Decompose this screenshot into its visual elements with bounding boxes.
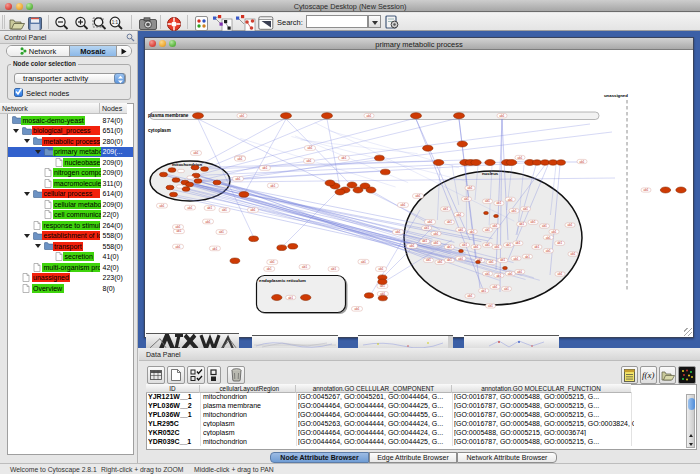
svg-text:ab1: ab1 bbox=[517, 156, 522, 160]
svg-text:ab1: ab1 bbox=[546, 249, 551, 253]
svg-text:ab1: ab1 bbox=[464, 197, 469, 201]
svg-text:ab1: ab1 bbox=[409, 244, 414, 248]
svg-text:ab1: ab1 bbox=[570, 252, 575, 256]
svg-text:ab1: ab1 bbox=[458, 228, 463, 232]
svg-text:endoplasmic reticulum: endoplasmic reticulum bbox=[259, 278, 306, 283]
svg-text:ab1: ab1 bbox=[485, 243, 490, 247]
svg-text:ab1: ab1 bbox=[270, 184, 275, 188]
svg-text:ab1: ab1 bbox=[302, 265, 307, 269]
svg-text:ab1: ab1 bbox=[492, 224, 497, 228]
svg-text:ab1: ab1 bbox=[517, 270, 522, 274]
svg-text:ab1: ab1 bbox=[222, 208, 227, 212]
svg-text:ab1: ab1 bbox=[504, 287, 509, 291]
svg-text:ab1: ab1 bbox=[456, 213, 461, 217]
svg-text:ab1: ab1 bbox=[496, 274, 501, 278]
svg-text:ab1: ab1 bbox=[212, 247, 217, 251]
svg-text:ab1: ab1 bbox=[380, 284, 385, 288]
svg-text:ab1: ab1 bbox=[492, 285, 497, 289]
svg-text:ab1: ab1 bbox=[219, 230, 224, 234]
svg-text:plasma membrane: plasma membrane bbox=[148, 113, 189, 118]
svg-text:ab1: ab1 bbox=[534, 245, 539, 249]
svg-text:ab1: ab1 bbox=[496, 201, 501, 205]
svg-text:ab1: ab1 bbox=[400, 203, 405, 207]
svg-text:ab1: ab1 bbox=[426, 258, 431, 262]
svg-text:ab1: ab1 bbox=[531, 220, 536, 224]
svg-text:ab1: ab1 bbox=[270, 260, 275, 264]
svg-text:ab1: ab1 bbox=[159, 204, 164, 208]
svg-text:ab1: ab1 bbox=[485, 228, 490, 232]
svg-text:ab1: ab1 bbox=[512, 209, 517, 213]
svg-text:ab1: ab1 bbox=[485, 199, 490, 203]
svg-text:ab1: ab1 bbox=[176, 229, 181, 233]
svg-text:ab1: ab1 bbox=[488, 304, 493, 308]
svg-text:ab1: ab1 bbox=[433, 241, 438, 245]
svg-text:ab1: ab1 bbox=[415, 194, 420, 198]
svg-text:ab1: ab1 bbox=[515, 241, 520, 245]
svg-text:ab1: ab1 bbox=[424, 226, 429, 230]
svg-text:nucleus: nucleus bbox=[482, 171, 499, 176]
svg-text:ab1: ab1 bbox=[458, 257, 463, 261]
svg-text:unassigned: unassigned bbox=[604, 93, 628, 98]
svg-text:ab1: ab1 bbox=[250, 208, 255, 212]
svg-text:ab1: ab1 bbox=[443, 207, 448, 211]
svg-text:ab1: ab1 bbox=[235, 177, 240, 181]
svg-text:ab1: ab1 bbox=[193, 151, 198, 155]
svg-text:ab1: ab1 bbox=[447, 258, 452, 262]
svg-text:ab1: ab1 bbox=[546, 236, 551, 240]
svg-text:ab1: ab1 bbox=[427, 220, 432, 224]
svg-text:ab1: ab1 bbox=[422, 239, 427, 243]
svg-text:ab1: ab1 bbox=[447, 220, 452, 224]
svg-text:ab1: ab1 bbox=[395, 230, 400, 234]
svg-text:ab1: ab1 bbox=[494, 245, 499, 249]
svg-text:ab1: ab1 bbox=[557, 272, 562, 276]
svg-text:ab1: ab1 bbox=[267, 267, 272, 271]
svg-text:ab1: ab1 bbox=[551, 230, 556, 234]
svg-text:ab1: ab1 bbox=[519, 222, 524, 226]
svg-text:ab1: ab1 bbox=[175, 245, 180, 249]
svg-text:ab1: ab1 bbox=[187, 206, 192, 210]
svg-text:ab1: ab1 bbox=[643, 188, 648, 192]
svg-text:ab1: ab1 bbox=[437, 260, 442, 264]
svg-text:ab1: ab1 bbox=[525, 255, 530, 259]
svg-text:ab1: ab1 bbox=[378, 267, 383, 271]
svg-text:ab1: ab1 bbox=[500, 258, 505, 262]
svg-text:ab1: ab1 bbox=[473, 245, 478, 249]
svg-text:ab1: ab1 bbox=[239, 114, 244, 118]
svg-text:ab1: ab1 bbox=[557, 241, 562, 245]
svg-text:ab1: ab1 bbox=[366, 114, 371, 118]
svg-text:ab1: ab1 bbox=[205, 220, 210, 224]
svg-text:ab1: ab1 bbox=[467, 186, 472, 190]
svg-text:ab1: ab1 bbox=[481, 289, 486, 293]
svg-text:ab1: ab1 bbox=[354, 307, 359, 311]
svg-text:ab1: ab1 bbox=[508, 198, 513, 202]
svg-text:ab1: ab1 bbox=[433, 232, 438, 236]
svg-text:ab1: ab1 bbox=[306, 159, 311, 163]
svg-text:ab1: ab1 bbox=[513, 257, 518, 261]
svg-text:ab1: ab1 bbox=[470, 230, 475, 234]
svg-text:ab1: ab1 bbox=[489, 260, 494, 264]
svg-text:ab1: ab1 bbox=[288, 296, 293, 300]
svg-text:ab1: ab1 bbox=[175, 225, 180, 229]
svg-text:ab1: ab1 bbox=[262, 166, 267, 170]
svg-text:ab1: ab1 bbox=[508, 272, 513, 276]
svg-text:ab1: ab1 bbox=[542, 224, 547, 228]
svg-text:ab1: ab1 bbox=[331, 267, 336, 271]
svg-text:ab1: ab1 bbox=[307, 146, 312, 150]
svg-text:ab1: ab1 bbox=[462, 243, 467, 247]
svg-text:cytoplasm: cytoplasm bbox=[148, 128, 171, 133]
svg-text:ab1: ab1 bbox=[467, 294, 472, 298]
svg-text:ab1: ab1 bbox=[499, 114, 504, 118]
svg-text:ab1: ab1 bbox=[579, 160, 584, 164]
svg-text:ab1: ab1 bbox=[237, 157, 242, 161]
svg-text:ab1: ab1 bbox=[361, 260, 366, 264]
svg-text:ab1: ab1 bbox=[567, 223, 572, 227]
svg-text:ab1: ab1 bbox=[506, 243, 511, 247]
svg-text:ab1: ab1 bbox=[341, 156, 346, 160]
svg-text:ab1: ab1 bbox=[447, 245, 452, 249]
svg-text:ab1: ab1 bbox=[523, 207, 528, 211]
svg-text:ab1: ab1 bbox=[207, 206, 212, 210]
svg-text:ab1: ab1 bbox=[485, 272, 490, 276]
